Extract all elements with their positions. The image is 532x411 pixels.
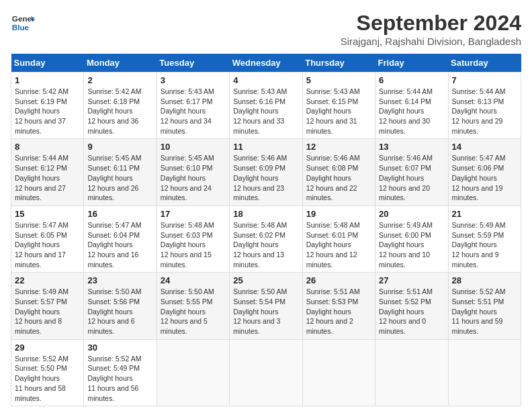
table-row: [375, 339, 448, 406]
day-number: 16: [87, 209, 152, 219]
table-row: 28 Sunrise: 5:52 AMSunset: 5:51 PMDaylig…: [448, 273, 521, 339]
day-info: Sunrise: 5:51 AMSunset: 5:52 PMDaylight …: [379, 287, 433, 335]
header: General Blue September 2024 Sirajganj, R…: [11, 11, 521, 47]
title-area: September 2024 Sirajganj, Rajshahi Divis…: [341, 11, 521, 47]
table-row: 24 Sunrise: 5:50 AMSunset: 5:55 PMDaylig…: [157, 273, 229, 339]
day-info: Sunrise: 5:47 AMSunset: 6:04 PMDaylight …: [87, 221, 141, 269]
day-info: Sunrise: 5:45 AMSunset: 6:11 PMDaylight …: [87, 154, 141, 201]
table-row: 18 Sunrise: 5:48 AMSunset: 6:02 PMDaylig…: [230, 205, 302, 272]
day-info: Sunrise: 5:43 AMSunset: 6:17 PMDaylight …: [161, 87, 214, 135]
day-info: Sunrise: 5:42 AMSunset: 6:18 PMDaylight …: [87, 87, 141, 135]
table-row: 9 Sunrise: 5:45 AMSunset: 6:11 PMDayligh…: [84, 139, 157, 205]
day-number: 18: [233, 209, 298, 219]
col-sunday: Sunday: [11, 54, 84, 73]
table-row: 21 Sunrise: 5:49 AMSunset: 5:59 PMDaylig…: [448, 205, 521, 272]
day-info: Sunrise: 5:44 AMSunset: 6:13 PMDaylight …: [452, 87, 506, 135]
day-info: Sunrise: 5:46 AMSunset: 6:08 PMDaylight …: [306, 154, 360, 201]
day-number: 29: [15, 342, 80, 353]
day-info: Sunrise: 5:48 AMSunset: 6:02 PMDaylight …: [233, 221, 287, 269]
table-row: 26 Sunrise: 5:51 AMSunset: 5:53 PMDaylig…: [302, 273, 375, 339]
day-number: 13: [379, 142, 444, 152]
day-info: Sunrise: 5:44 AMSunset: 6:14 PMDaylight …: [379, 87, 433, 135]
day-number: 8: [15, 142, 80, 152]
table-row: 23 Sunrise: 5:50 AMSunset: 5:56 PMDaylig…: [84, 273, 157, 339]
day-info: Sunrise: 5:48 AMSunset: 6:01 PMDaylight …: [306, 221, 360, 269]
table-row: 10 Sunrise: 5:45 AMSunset: 6:10 PMDaylig…: [157, 139, 229, 205]
table-row: 29 Sunrise: 5:52 AMSunset: 5:50 PMDaylig…: [11, 339, 84, 406]
day-info: Sunrise: 5:52 AMSunset: 5:49 PMDaylight …: [87, 355, 141, 402]
table-row: 12 Sunrise: 5:46 AMSunset: 6:08 PMDaylig…: [302, 139, 375, 205]
day-info: Sunrise: 5:47 AMSunset: 6:05 PMDaylight …: [15, 221, 69, 269]
table-row: 27 Sunrise: 5:51 AMSunset: 5:52 PMDaylig…: [375, 273, 448, 339]
svg-text:Blue: Blue: [12, 23, 30, 32]
day-info: Sunrise: 5:50 AMSunset: 5:54 PMDaylight …: [233, 287, 287, 335]
table-row: 3 Sunrise: 5:43 AMSunset: 6:17 PMDayligh…: [157, 73, 229, 139]
day-number: 22: [15, 275, 80, 285]
day-number: 24: [161, 275, 226, 285]
table-row: [157, 339, 229, 406]
day-info: Sunrise: 5:46 AMSunset: 6:07 PMDaylight …: [379, 154, 433, 201]
day-number: 25: [233, 275, 298, 285]
day-number: 30: [87, 342, 152, 353]
day-number: 4: [233, 75, 298, 85]
col-friday: Friday: [375, 54, 448, 73]
col-monday: Monday: [84, 54, 157, 73]
day-info: Sunrise: 5:43 AMSunset: 6:15 PMDaylight …: [306, 87, 360, 135]
logo: General Blue: [11, 11, 35, 35]
day-number: 21: [452, 209, 517, 219]
table-row: 2 Sunrise: 5:42 AMSunset: 6:18 PMDayligh…: [84, 73, 157, 139]
day-info: Sunrise: 5:49 AMSunset: 5:59 PMDaylight …: [452, 221, 506, 269]
day-info: Sunrise: 5:44 AMSunset: 6:12 PMDaylight …: [15, 154, 69, 201]
table-row: [302, 339, 375, 406]
day-number: 6: [379, 75, 444, 85]
day-number: 17: [161, 209, 226, 219]
table-row: [230, 339, 302, 406]
table-row: 30 Sunrise: 5:52 AMSunset: 5:49 PMDaylig…: [84, 339, 157, 406]
table-row: 19 Sunrise: 5:48 AMSunset: 6:01 PMDaylig…: [302, 205, 375, 272]
table-row: 15 Sunrise: 5:47 AMSunset: 6:05 PMDaylig…: [11, 205, 84, 272]
table-row: 5 Sunrise: 5:43 AMSunset: 6:15 PMDayligh…: [302, 73, 375, 139]
table-row: 22 Sunrise: 5:49 AMSunset: 5:57 PMDaylig…: [11, 273, 84, 339]
day-number: 7: [452, 75, 517, 85]
table-row: 8 Sunrise: 5:44 AMSunset: 6:12 PMDayligh…: [11, 139, 84, 205]
subtitle: Sirajganj, Rajshahi Division, Bangladesh: [341, 36, 521, 47]
day-number: 3: [161, 75, 226, 85]
day-info: Sunrise: 5:46 AMSunset: 6:09 PMDaylight …: [233, 154, 287, 201]
header-row: Sunday Monday Tuesday Wednesday Thursday…: [11, 54, 521, 73]
day-number: 23: [87, 275, 152, 285]
day-number: 1: [15, 75, 80, 85]
table-row: 16 Sunrise: 5:47 AMSunset: 6:04 PMDaylig…: [84, 205, 157, 272]
day-info: Sunrise: 5:50 AMSunset: 5:55 PMDaylight …: [161, 287, 214, 335]
calendar-table: Sunday Monday Tuesday Wednesday Thursday…: [11, 54, 521, 406]
table-row: 6 Sunrise: 5:44 AMSunset: 6:14 PMDayligh…: [375, 73, 448, 139]
table-row: [448, 339, 521, 406]
day-number: 19: [306, 209, 371, 219]
table-row: 4 Sunrise: 5:43 AMSunset: 6:16 PMDayligh…: [230, 73, 302, 139]
day-number: 14: [452, 142, 517, 152]
col-wednesday: Wednesday: [230, 54, 302, 73]
day-number: 11: [233, 142, 298, 152]
day-number: 2: [87, 75, 152, 85]
day-number: 27: [379, 275, 444, 285]
table-row: 11 Sunrise: 5:46 AMSunset: 6:09 PMDaylig…: [230, 139, 302, 205]
day-number: 26: [306, 275, 371, 285]
logo-icon: General Blue: [11, 11, 35, 35]
day-info: Sunrise: 5:49 AMSunset: 5:57 PMDaylight …: [15, 287, 69, 335]
table-row: 7 Sunrise: 5:44 AMSunset: 6:13 PMDayligh…: [448, 73, 521, 139]
table-row: 20 Sunrise: 5:49 AMSunset: 6:00 PMDaylig…: [375, 205, 448, 272]
col-thursday: Thursday: [302, 54, 375, 73]
table-row: 25 Sunrise: 5:50 AMSunset: 5:54 PMDaylig…: [230, 273, 302, 339]
day-info: Sunrise: 5:52 AMSunset: 5:50 PMDaylight …: [15, 355, 69, 402]
day-number: 9: [87, 142, 152, 152]
day-number: 28: [452, 275, 517, 285]
day-info: Sunrise: 5:42 AMSunset: 6:19 PMDaylight …: [15, 87, 69, 135]
table-row: 13 Sunrise: 5:46 AMSunset: 6:07 PMDaylig…: [375, 139, 448, 205]
day-number: 5: [306, 75, 371, 85]
table-row: 14 Sunrise: 5:47 AMSunset: 6:06 PMDaylig…: [448, 139, 521, 205]
day-number: 10: [161, 142, 226, 152]
day-number: 12: [306, 142, 371, 152]
col-tuesday: Tuesday: [157, 54, 229, 73]
day-number: 15: [15, 209, 80, 219]
day-info: Sunrise: 5:49 AMSunset: 6:00 PMDaylight …: [379, 221, 433, 269]
day-info: Sunrise: 5:50 AMSunset: 5:56 PMDaylight …: [87, 287, 141, 335]
